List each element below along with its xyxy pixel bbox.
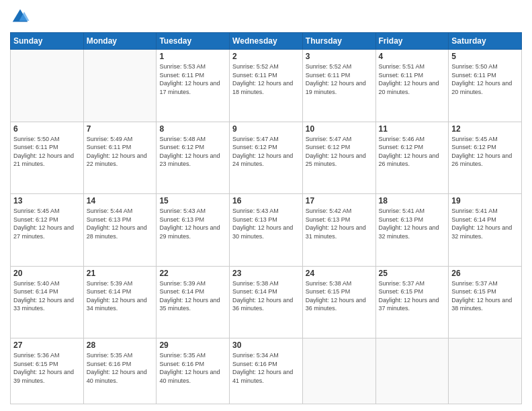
day-number: 17 — [306, 196, 373, 205]
week-row-3: 13Sunrise: 5:45 AM Sunset: 6:12 PM Dayli… — [11, 194, 522, 267]
day-info: Sunrise: 5:37 AM Sunset: 6:15 PM Dayligh… — [379, 279, 446, 313]
calendar-cell: 28Sunrise: 5:35 AM Sunset: 6:16 PM Dayli… — [83, 338, 157, 404]
day-info: Sunrise: 5:36 AM Sunset: 6:15 PM Dayligh… — [13, 351, 81, 385]
day-number: 4 — [379, 52, 446, 61]
day-number: 15 — [159, 196, 226, 205]
day-number: 19 — [451, 196, 519, 205]
week-row-1: 1Sunrise: 5:53 AM Sunset: 6:11 PM Daylig… — [11, 50, 522, 122]
calendar-cell — [83, 50, 157, 122]
page: SundayMondayTuesdayWednesdayThursdayFrid… — [0, 0, 532, 411]
calendar-cell: 26Sunrise: 5:37 AM Sunset: 6:15 PM Dayli… — [449, 266, 522, 338]
day-info: Sunrise: 5:45 AM Sunset: 6:12 PM Dayligh… — [13, 207, 81, 240]
weekday-header-sunday: Sunday — [11, 33, 84, 50]
day-number: 24 — [306, 269, 373, 278]
day-number: 14 — [87, 196, 154, 205]
calendar-cell: 7Sunrise: 5:49 AM Sunset: 6:11 PM Daylig… — [83, 122, 157, 194]
calendar-cell: 1Sunrise: 5:53 AM Sunset: 6:11 PM Daylig… — [157, 50, 230, 122]
calendar-cell — [449, 338, 522, 404]
calendar-cell — [375, 338, 449, 404]
weekday-header-wednesday: Wednesday — [230, 33, 303, 50]
day-number: 20 — [13, 269, 81, 278]
calendar-cell: 30Sunrise: 5:34 AM Sunset: 6:16 PM Dayli… — [230, 338, 303, 404]
day-info: Sunrise: 5:39 AM Sunset: 6:14 PM Dayligh… — [159, 279, 226, 313]
day-number: 29 — [159, 340, 226, 350]
week-row-5: 27Sunrise: 5:36 AM Sunset: 6:15 PM Dayli… — [11, 338, 522, 404]
calendar-cell: 19Sunrise: 5:41 AM Sunset: 6:14 PM Dayli… — [449, 194, 522, 267]
calendar-cell: 20Sunrise: 5:40 AM Sunset: 6:14 PM Dayli… — [11, 266, 84, 338]
day-number: 8 — [159, 124, 226, 134]
day-number: 22 — [159, 269, 226, 278]
week-row-2: 6Sunrise: 5:50 AM Sunset: 6:11 PM Daylig… — [11, 122, 522, 194]
day-info: Sunrise: 5:37 AM Sunset: 6:15 PM Dayligh… — [451, 279, 519, 313]
calendar-cell: 22Sunrise: 5:39 AM Sunset: 6:14 PM Dayli… — [157, 266, 230, 338]
calendar-cell: 14Sunrise: 5:44 AM Sunset: 6:13 PM Dayli… — [83, 194, 157, 267]
day-info: Sunrise: 5:41 AM Sunset: 6:14 PM Dayligh… — [451, 207, 519, 240]
day-number: 10 — [306, 124, 373, 134]
calendar-cell: 2Sunrise: 5:52 AM Sunset: 6:11 PM Daylig… — [230, 50, 303, 122]
calendar-cell: 15Sunrise: 5:43 AM Sunset: 6:13 PM Dayli… — [157, 194, 230, 267]
day-number: 11 — [379, 124, 446, 134]
day-info: Sunrise: 5:35 AM Sunset: 6:16 PM Dayligh… — [159, 351, 226, 385]
calendar-cell: 13Sunrise: 5:45 AM Sunset: 6:12 PM Dayli… — [11, 194, 84, 267]
calendar-cell: 12Sunrise: 5:45 AM Sunset: 6:12 PM Dayli… — [449, 122, 522, 194]
day-info: Sunrise: 5:52 AM Sunset: 6:11 PM Dayligh… — [232, 62, 300, 96]
weekday-header-row: SundayMondayTuesdayWednesdayThursdayFrid… — [11, 33, 522, 50]
weekday-header-monday: Monday — [83, 33, 157, 50]
calendar-cell: 4Sunrise: 5:51 AM Sunset: 6:11 PM Daylig… — [375, 50, 449, 122]
day-info: Sunrise: 5:40 AM Sunset: 6:14 PM Dayligh… — [13, 279, 81, 313]
day-info: Sunrise: 5:35 AM Sunset: 6:16 PM Dayligh… — [87, 351, 154, 385]
day-info: Sunrise: 5:48 AM Sunset: 6:12 PM Dayligh… — [159, 135, 226, 169]
day-number: 3 — [306, 52, 373, 61]
day-info: Sunrise: 5:51 AM Sunset: 6:11 PM Dayligh… — [379, 62, 446, 96]
day-number: 21 — [87, 269, 154, 278]
day-number: 5 — [451, 52, 519, 61]
logo — [10, 7, 33, 27]
day-info: Sunrise: 5:47 AM Sunset: 6:12 PM Dayligh… — [306, 135, 373, 169]
day-number: 23 — [232, 269, 300, 278]
calendar-cell: 25Sunrise: 5:37 AM Sunset: 6:15 PM Dayli… — [375, 266, 449, 338]
week-row-4: 20Sunrise: 5:40 AM Sunset: 6:14 PM Dayli… — [11, 266, 522, 338]
calendar-cell: 3Sunrise: 5:52 AM Sunset: 6:11 PM Daylig… — [302, 50, 375, 122]
weekday-header-tuesday: Tuesday — [157, 33, 230, 50]
calendar-cell: 6Sunrise: 5:50 AM Sunset: 6:11 PM Daylig… — [11, 122, 84, 194]
day-number: 28 — [87, 340, 154, 350]
day-number: 18 — [379, 196, 446, 205]
day-info: Sunrise: 5:43 AM Sunset: 6:13 PM Dayligh… — [159, 207, 226, 240]
day-info: Sunrise: 5:46 AM Sunset: 6:12 PM Dayligh… — [379, 135, 446, 169]
calendar-cell: 23Sunrise: 5:38 AM Sunset: 6:14 PM Dayli… — [230, 266, 303, 338]
day-info: Sunrise: 5:45 AM Sunset: 6:12 PM Dayligh… — [451, 135, 519, 169]
logo-icon — [10, 7, 30, 27]
day-info: Sunrise: 5:44 AM Sunset: 6:13 PM Dayligh… — [87, 207, 154, 240]
day-number: 30 — [232, 340, 300, 350]
calendar-cell: 18Sunrise: 5:41 AM Sunset: 6:13 PM Dayli… — [375, 194, 449, 267]
calendar-cell: 21Sunrise: 5:39 AM Sunset: 6:14 PM Dayli… — [83, 266, 157, 338]
day-number: 13 — [13, 196, 81, 205]
calendar-table: SundayMondayTuesdayWednesdayThursdayFrid… — [10, 32, 522, 404]
day-number: 7 — [87, 124, 154, 134]
calendar-cell: 29Sunrise: 5:35 AM Sunset: 6:16 PM Dayli… — [157, 338, 230, 404]
day-info: Sunrise: 5:52 AM Sunset: 6:11 PM Dayligh… — [306, 62, 373, 96]
calendar-cell: 24Sunrise: 5:38 AM Sunset: 6:15 PM Dayli… — [302, 266, 375, 338]
calendar-cell: 17Sunrise: 5:42 AM Sunset: 6:13 PM Dayli… — [302, 194, 375, 267]
day-info: Sunrise: 5:49 AM Sunset: 6:11 PM Dayligh… — [87, 135, 154, 169]
calendar-cell: 10Sunrise: 5:47 AM Sunset: 6:12 PM Dayli… — [302, 122, 375, 194]
day-number: 2 — [232, 52, 300, 61]
day-number: 27 — [13, 340, 81, 350]
day-info: Sunrise: 5:41 AM Sunset: 6:13 PM Dayligh… — [379, 207, 446, 240]
calendar-cell: 8Sunrise: 5:48 AM Sunset: 6:12 PM Daylig… — [157, 122, 230, 194]
weekday-header-saturday: Saturday — [449, 33, 522, 50]
day-number: 16 — [232, 196, 300, 205]
day-info: Sunrise: 5:43 AM Sunset: 6:13 PM Dayligh… — [232, 207, 300, 240]
day-number: 1 — [159, 52, 226, 61]
calendar-cell: 9Sunrise: 5:47 AM Sunset: 6:12 PM Daylig… — [230, 122, 303, 194]
calendar-cell — [11, 50, 84, 122]
day-number: 9 — [232, 124, 300, 134]
day-number: 12 — [451, 124, 519, 134]
day-info: Sunrise: 5:53 AM Sunset: 6:11 PM Dayligh… — [159, 62, 226, 96]
day-info: Sunrise: 5:38 AM Sunset: 6:14 PM Dayligh… — [232, 279, 300, 313]
day-number: 25 — [379, 269, 446, 278]
day-info: Sunrise: 5:39 AM Sunset: 6:14 PM Dayligh… — [87, 279, 154, 313]
day-info: Sunrise: 5:50 AM Sunset: 6:11 PM Dayligh… — [13, 135, 81, 169]
day-number: 26 — [451, 269, 519, 278]
day-info: Sunrise: 5:34 AM Sunset: 6:16 PM Dayligh… — [232, 351, 300, 385]
